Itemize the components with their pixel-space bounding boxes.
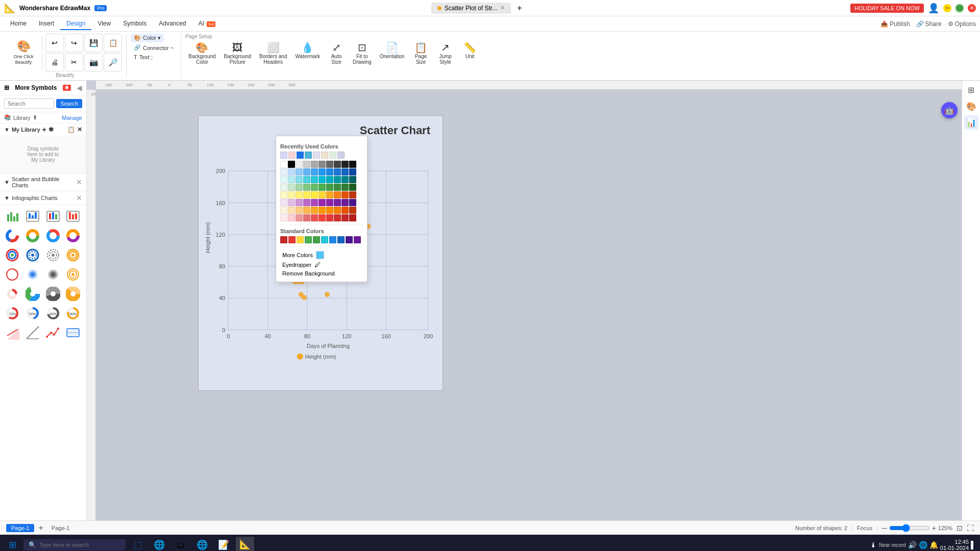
color-swatch[interactable]: [311, 168, 318, 176]
infographic-section-header[interactable]: ▼ Infographic Charts ✕: [0, 191, 86, 205]
std-color[interactable]: [346, 236, 353, 243]
color-swatch[interactable]: [341, 168, 349, 176]
color-swatch[interactable]: [318, 191, 326, 198]
taskbar-search-input[interactable]: [39, 542, 120, 548]
color-swatch[interactable]: [326, 184, 333, 191]
panel-shapes-btn[interactable]: ⊞: [964, 83, 978, 97]
color-swatch[interactable]: [334, 184, 341, 191]
symbol-item[interactable]: [64, 285, 82, 303]
color-swatch[interactable]: [296, 168, 303, 176]
watermark-btn[interactable]: 💧 Watermark: [292, 40, 323, 61]
search-button[interactable]: Search: [56, 99, 82, 108]
search-input[interactable]: [4, 98, 54, 109]
symbol-item[interactable]: [44, 265, 62, 284]
taskbar-search[interactable]: 🔍: [23, 539, 126, 550]
std-color[interactable]: [305, 236, 312, 243]
color-swatch[interactable]: [288, 207, 295, 214]
infographic-section-close[interactable]: ✕: [76, 194, 82, 202]
scatter-section-close[interactable]: ✕: [76, 178, 82, 186]
tab-home[interactable]: Home: [4, 18, 33, 30]
color-swatch[interactable]: [311, 176, 318, 183]
auto-size-btn[interactable]: ⤢ AutoSize: [325, 40, 348, 67]
color-swatch[interactable]: [280, 207, 287, 214]
color-swatch[interactable]: [349, 199, 356, 206]
remove-bg-row[interactable]: Remove Background: [280, 269, 363, 278]
std-color[interactable]: [329, 236, 336, 243]
color-swatch[interactable]: [326, 207, 333, 214]
color-swatch[interactable]: [318, 168, 326, 176]
page-size-btn[interactable]: 📋 PageSize: [410, 40, 432, 67]
color-swatch[interactable]: [303, 191, 310, 198]
my-library-star-btn[interactable]: ✱: [48, 126, 54, 133]
color-swatch[interactable]: [311, 214, 318, 221]
color-swatch[interactable]: [303, 176, 310, 183]
color-swatch[interactable]: [296, 184, 303, 191]
symbol-item[interactable]: [44, 246, 62, 264]
copy-btn[interactable]: 📋: [104, 34, 122, 52]
color-swatch[interactable]: [296, 191, 303, 198]
color-swatch[interactable]: [318, 161, 326, 168]
color-swatch[interactable]: [311, 161, 318, 168]
symbol-item[interactable]: [23, 323, 42, 342]
color-swatch[interactable]: [334, 207, 341, 214]
color-swatch[interactable]: [341, 214, 349, 221]
holiday-sale-btn[interactable]: HOLIDAY SALE ON NOW: [850, 4, 924, 13]
text-btn[interactable]: T Text ;: [131, 53, 156, 61]
color-swatch[interactable]: [341, 161, 349, 168]
recent-color-6[interactable]: [321, 152, 328, 159]
symbol-item[interactable]: [64, 265, 82, 284]
color-swatch[interactable]: [311, 199, 318, 206]
my-library-close-btn[interactable]: ✕: [77, 126, 82, 133]
color-swatch[interactable]: [296, 207, 303, 214]
show-desktop-btn[interactable]: ▌: [971, 541, 976, 549]
color-swatch[interactable]: [318, 184, 326, 191]
color-swatch[interactable]: [334, 161, 341, 168]
color-swatch[interactable]: [311, 184, 318, 191]
color-swatch[interactable]: [349, 168, 356, 176]
tab-symbols[interactable]: Symbols: [117, 18, 153, 30]
symbol-item[interactable]: [64, 227, 82, 245]
options-btn[interactable]: ⚙ Options: [948, 20, 976, 28]
background-color-pg-btn[interactable]: 🎨 BackgroundColor: [185, 40, 218, 67]
jump-style-btn[interactable]: ↗ JumpStyle: [434, 40, 457, 67]
symbol-item[interactable]: [3, 227, 21, 245]
zoom-btn[interactable]: 🔎: [104, 53, 122, 71]
tab-close[interactable]: ✕: [500, 5, 505, 11]
tab-design[interactable]: Design: [60, 18, 91, 30]
background-color-btn[interactable]: 🎨 Color ▾: [131, 34, 164, 42]
eyedropper-row[interactable]: Eyedropper 🖊: [280, 260, 363, 269]
edraw-ai-btn[interactable]: 🤖: [941, 102, 958, 118]
folder-btn[interactable]: 🗂: [172, 537, 190, 551]
symbol-item[interactable]: 90%: [64, 304, 82, 322]
symbol-item[interactable]: [3, 323, 21, 342]
color-swatch[interactable]: [280, 184, 287, 191]
tab-insert[interactable]: Insert: [33, 18, 60, 30]
tab-ai[interactable]: AI hot: [192, 18, 222, 30]
color-swatch[interactable]: [288, 176, 295, 183]
color-swatch[interactable]: [334, 191, 341, 198]
symbol-item[interactable]: 70%: [3, 304, 21, 322]
start-button[interactable]: ⊞: [4, 537, 20, 551]
color-swatch[interactable]: [326, 161, 333, 168]
print-btn[interactable]: 🖨: [45, 53, 64, 71]
color-swatch[interactable]: [280, 214, 287, 221]
panel-collapse-btn[interactable]: ◀: [77, 84, 82, 92]
page-tab-1[interactable]: Page-1: [6, 524, 34, 532]
color-swatch[interactable]: [326, 176, 333, 183]
color-swatch[interactable]: [349, 191, 356, 198]
color-swatch[interactable]: [288, 161, 295, 168]
recent-color-2[interactable]: [288, 152, 296, 159]
color-swatch[interactable]: [296, 176, 303, 183]
color-swatch[interactable]: [349, 176, 356, 183]
color-swatch[interactable]: [311, 207, 318, 214]
one-click-beautify-btn[interactable]: 🎨 One ClickBeautify: [8, 38, 39, 67]
color-swatch[interactable]: [326, 168, 333, 176]
color-swatch[interactable]: [318, 199, 326, 206]
cut-btn[interactable]: ✂: [65, 53, 83, 71]
std-color[interactable]: [297, 236, 304, 243]
symbol-item[interactable]: [64, 246, 82, 264]
std-color[interactable]: [313, 236, 320, 243]
std-color[interactable]: [280, 236, 287, 243]
color-swatch[interactable]: [303, 184, 310, 191]
fit-page-btn[interactable]: ⊡: [957, 524, 963, 532]
